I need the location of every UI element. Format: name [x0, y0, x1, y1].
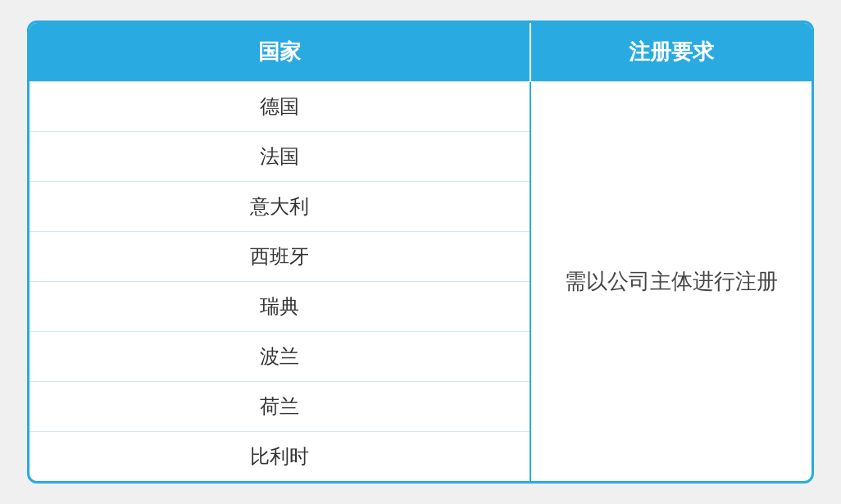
country-cell: 波兰 [30, 332, 530, 382]
country-cell: 德国 [30, 82, 530, 132]
country-cell: 瑞典 [30, 282, 530, 332]
registration-table: 国家 注册要求 德国 需以公司主体进行注册 法国 意大利 西班牙 瑞典 波兰 [30, 23, 811, 481]
country-cell: 荷兰 [30, 382, 530, 432]
requirement-merged-cell: 需以公司主体进行注册 [530, 82, 811, 482]
country-cell: 意大利 [30, 182, 530, 232]
country-cell: 西班牙 [30, 232, 530, 282]
country-cell: 法国 [30, 132, 530, 182]
col-header-requirement: 注册要求 [530, 23, 811, 82]
col-header-country: 国家 [30, 23, 530, 82]
country-cell: 比利时 [30, 432, 530, 482]
main-table-wrapper: 国家 注册要求 德国 需以公司主体进行注册 法国 意大利 西班牙 瑞典 波兰 [27, 20, 814, 484]
table-row: 德国 需以公司主体进行注册 [30, 82, 811, 132]
